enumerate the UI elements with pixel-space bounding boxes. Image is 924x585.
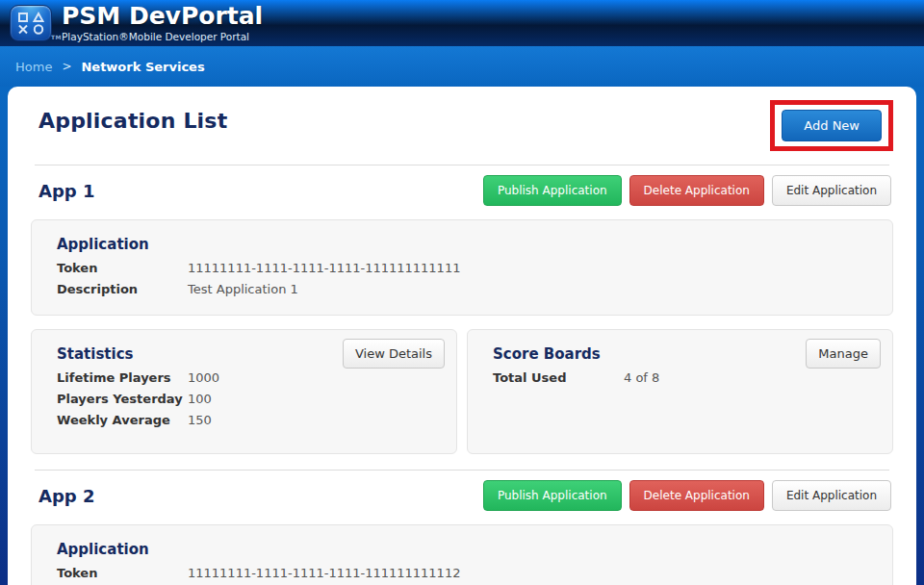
token-row: Token 11111111-1111-1111-1111-1111111111… bbox=[57, 566, 892, 580]
playstation-shapes-icon bbox=[17, 12, 44, 36]
app-section-2: App 2 Publish Application Delete Applica… bbox=[31, 471, 893, 585]
manage-button[interactable]: Manage bbox=[806, 339, 881, 369]
application-panel-heading: Application bbox=[57, 541, 892, 558]
view-details-button[interactable]: View Details bbox=[343, 339, 445, 369]
description-row: Description Test Application 1 bbox=[57, 282, 892, 296]
delete-application-button[interactable]: Delete Application bbox=[629, 175, 764, 206]
delete-application-button[interactable]: Delete Application bbox=[629, 480, 764, 511]
page: TM PSM DevPortal PlayStation®Mobile Deve… bbox=[0, 0, 924, 585]
app-title: PSM DevPortal bbox=[62, 4, 263, 29]
token-row: Token 11111111-1111-1111-1111-1111111111… bbox=[57, 261, 892, 275]
logo-tm-mark: TM bbox=[51, 34, 62, 40]
app-section-1: App 1 Publish Application Delete Applica… bbox=[31, 165, 893, 454]
publish-application-button[interactable]: Publish Application bbox=[483, 480, 622, 511]
app2-header-row: App 2 Publish Application Delete Applica… bbox=[31, 480, 893, 511]
total-used-value: 4 of 8 bbox=[624, 370, 659, 385]
edit-application-button[interactable]: Edit Application bbox=[772, 480, 891, 511]
app1-sub-panels: View Details Statistics Lifetime Players… bbox=[31, 316, 893, 454]
breadcrumb-home-link[interactable]: Home bbox=[15, 60, 52, 74]
players-yesterday-value: 100 bbox=[188, 392, 212, 406]
content-card: Application List Add New App 1 Publish A… bbox=[8, 87, 916, 585]
weekly-average-value: 150 bbox=[188, 413, 212, 427]
page-title: Application List bbox=[31, 100, 227, 133]
psm-logo[interactable]: TM bbox=[10, 5, 52, 41]
token-label: Token bbox=[57, 566, 188, 580]
app1-application-panel: Application Token 11111111-1111-1111-111… bbox=[31, 219, 893, 316]
total-used-label: Total Used bbox=[493, 370, 624, 385]
breadcrumb: Home > Network Services bbox=[0, 46, 924, 87]
breadcrumb-current: Network Services bbox=[81, 60, 204, 74]
token-value: 11111111-1111-1111-1111-111111111111 bbox=[188, 261, 460, 275]
statistics-row: Players Yesterday 100 bbox=[57, 392, 456, 406]
brand-block: PSM DevPortal PlayStation®Mobile Develop… bbox=[62, 4, 263, 41]
players-yesterday-label: Players Yesterday bbox=[57, 392, 188, 406]
edit-application-button[interactable]: Edit Application bbox=[772, 175, 891, 206]
token-label: Token bbox=[57, 261, 188, 275]
app1-header-row: App 1 Publish Application Delete Applica… bbox=[31, 175, 893, 206]
lifetime-players-label: Lifetime Players bbox=[57, 370, 188, 385]
lifetime-players-value: 1000 bbox=[188, 370, 219, 385]
breadcrumb-separator: > bbox=[62, 60, 71, 73]
app-subtitle: PlayStation®Mobile Developer Portal bbox=[62, 31, 263, 42]
scoreboards-panel: Manage Score Boards Total Used 4 of 8 bbox=[467, 329, 893, 454]
scoreboards-row: Total Used 4 of 8 bbox=[493, 370, 892, 385]
description-value: Test Application 1 bbox=[188, 282, 298, 296]
statistics-panel: View Details Statistics Lifetime Players… bbox=[31, 329, 457, 454]
app2-actions: Publish Application Delete Application E… bbox=[483, 480, 891, 511]
app2-name: App 2 bbox=[38, 486, 95, 506]
weekly-average-label: Weekly Average bbox=[57, 413, 188, 427]
add-new-button[interactable]: Add New bbox=[782, 110, 882, 141]
statistics-row: Lifetime Players 1000 bbox=[57, 370, 456, 385]
app1-name: App 1 bbox=[38, 181, 95, 201]
add-new-highlight-annotation: Add New bbox=[770, 100, 893, 151]
statistics-row: Weekly Average 150 bbox=[57, 413, 456, 427]
token-value: 11111111-1111-1111-1111-111111111112 bbox=[188, 566, 460, 580]
app-header: TM PSM DevPortal PlayStation®Mobile Deve… bbox=[0, 0, 924, 46]
app2-application-panel: Application Token 11111111-1111-1111-111… bbox=[31, 524, 893, 585]
app1-actions: Publish Application Delete Application E… bbox=[483, 175, 891, 206]
application-panel-heading: Application bbox=[57, 236, 892, 253]
page-header-row: Application List Add New bbox=[31, 100, 893, 151]
publish-application-button[interactable]: Publish Application bbox=[483, 175, 622, 206]
description-label: Description bbox=[57, 282, 188, 296]
